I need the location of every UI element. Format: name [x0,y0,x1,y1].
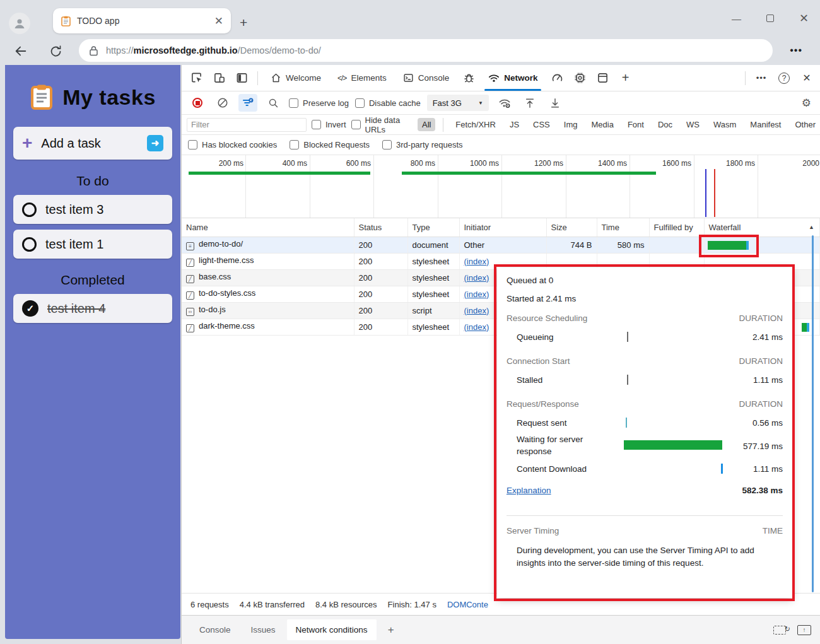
filter-chip[interactable]: CSS [529,118,554,131]
browser-menu-icon[interactable]: ••• [790,45,802,56]
filter-input[interactable] [187,118,307,132]
filter-chip[interactable]: Font [623,118,648,131]
more-options-icon[interactable]: ••• [752,69,771,88]
record-button[interactable] [188,94,207,112]
initiator-link[interactable]: (index) [464,257,489,266]
todo-item[interactable]: test item 3 [13,195,172,224]
checkbox[interactable] [351,120,361,129]
close-window-button[interactable]: ✕ [799,11,809,25]
stylesheet-file-icon: ╱ [186,259,194,267]
filter-toggle-button[interactable] [238,94,257,112]
filter-chip-all[interactable]: All [418,118,435,131]
expand-drawer-icon[interactable]: ↑ [797,625,811,635]
task-checkbox-checked[interactable]: ✓ [22,300,38,317]
col-initiator[interactable]: Initiator [459,218,546,237]
filter-chip[interactable]: Doc [653,118,677,131]
checkbox[interactable] [188,140,197,149]
col-fulfilled[interactable]: Fulfilled by [649,218,704,237]
checkbox[interactable] [355,98,365,108]
preserve-log-toggle[interactable]: Preserve log [289,98,349,108]
submit-task-button[interactable]: ➜ [147,135,163,151]
help-icon[interactable]: ? [775,69,794,88]
filter-chip[interactable]: Manifest [746,118,785,131]
checkbox[interactable] [312,120,321,129]
checkbox[interactable] [289,98,298,108]
initiator-link[interactable]: (index) [464,290,489,299]
inspect-element-icon[interactable] [187,69,206,88]
activity-bar-icon[interactable] [232,69,251,88]
filter-chip[interactable]: WS [682,118,704,131]
minimize-button[interactable]: — [732,13,741,24]
drawer-tab-network-conditions[interactable]: Network conditions [287,619,377,640]
add-task-field[interactable]: + Add a task ➜ [13,127,172,160]
col-size[interactable]: Size [546,218,597,237]
network-conditions-button[interactable] [495,94,514,112]
waterfall-bar[interactable] [802,323,809,332]
hide-data-urls-toggle[interactable]: Hide data URLs [351,115,413,134]
initiator-link[interactable]: (index) [464,306,489,315]
waterfall-bar[interactable] [708,241,749,250]
maximize-button[interactable] [766,15,774,22]
col-waterfall[interactable]: Waterfall▲ [704,218,820,237]
new-tab-button[interactable]: + [240,15,247,30]
network-settings-gear-icon[interactable]: ⚙ [802,97,811,110]
debugger-bug-icon[interactable] [459,69,478,88]
tab-close-icon[interactable]: ✕ [214,15,223,28]
filter-chip[interactable]: Other [790,118,820,131]
filter-chip[interactable]: Media [587,118,618,131]
drawer-tab-issues[interactable]: Issues [242,619,284,640]
col-status[interactable]: Status [354,218,407,237]
filter-chip[interactable]: Img [559,118,582,131]
more-tabs-icon[interactable]: + [616,69,635,88]
invert-toggle[interactable]: Invert [312,120,346,129]
col-type[interactable]: Type [407,218,459,237]
disable-cache-toggle[interactable]: Disable cache [355,98,421,108]
export-har-button[interactable] [546,94,565,112]
has-blocked-cookies-toggle[interactable]: Has blocked cookies [188,140,277,149]
layout-panel-icon[interactable] [593,69,612,88]
table-header-row: Name Status Type Initiator Size Time Ful… [182,218,820,237]
task-checkbox[interactable] [22,202,37,217]
tab-console[interactable]: Console [397,65,456,91]
initiator-link[interactable]: (index) [464,273,489,283]
dock-refresh-icon[interactable]: ↻ [773,626,786,635]
checkbox[interactable] [382,140,392,149]
performance-gauge-icon[interactable] [548,69,566,88]
tab-network[interactable]: Network [482,65,544,91]
todo-app-panel: My tasks + Add a task ➜ To do test item … [5,65,180,639]
checkbox[interactable] [290,140,299,149]
profile-avatar[interactable] [9,13,30,34]
browser-tab[interactable]: TODO app ✕ [53,8,231,33]
import-har-button[interactable] [520,94,539,112]
search-button[interactable] [264,94,283,112]
table-row[interactable]: ≡demo-to-do/ 200 document Other 744 B 58… [182,237,820,253]
col-time[interactable]: Time [597,218,649,237]
third-party-requests-toggle[interactable]: 3rd-party requests [382,140,463,149]
col-name[interactable]: Name [182,218,354,237]
network-overview-timeline[interactable]: 200 ms 400 ms 600 ms 800 ms 1000 ms 1200… [182,155,820,218]
clear-button[interactable] [213,94,232,112]
scrollbar-thumb[interactable] [812,235,814,592]
device-emulation-icon[interactable] [209,69,228,88]
todo-item[interactable]: test item 1 [13,230,172,259]
total-duration: 582.38 ms [742,486,783,495]
filter-chip[interactable]: Wasm [709,118,741,131]
completed-item[interactable]: ✓ test item 4 [13,294,172,323]
throttling-select[interactable]: Fast 3G ▼ [427,95,489,111]
initiator-link[interactable]: (index) [464,322,489,332]
refresh-button[interactable] [49,45,62,58]
drawer-more-tabs-icon[interactable]: + [379,618,403,642]
add-task-label[interactable]: Add a task [41,136,138,151]
memory-chip-icon[interactable] [570,69,589,88]
blocked-requests-toggle[interactable]: Blocked Requests [290,140,370,149]
address-bar[interactable]: https://microsoftedge.github.io/Demos/de… [79,39,773,62]
tab-welcome[interactable]: Welcome [264,65,327,91]
back-button[interactable] [14,44,28,58]
explanation-link[interactable]: Explanation [507,486,551,495]
drawer-tab-console[interactable]: Console [190,619,240,640]
close-devtools-icon[interactable]: ✕ [797,69,816,88]
filter-chip[interactable]: Fetch/XHR [451,118,500,131]
task-checkbox[interactable] [22,237,37,252]
filter-chip[interactable]: JS [505,118,524,131]
tab-elements[interactable]: </> Elements [331,65,393,91]
